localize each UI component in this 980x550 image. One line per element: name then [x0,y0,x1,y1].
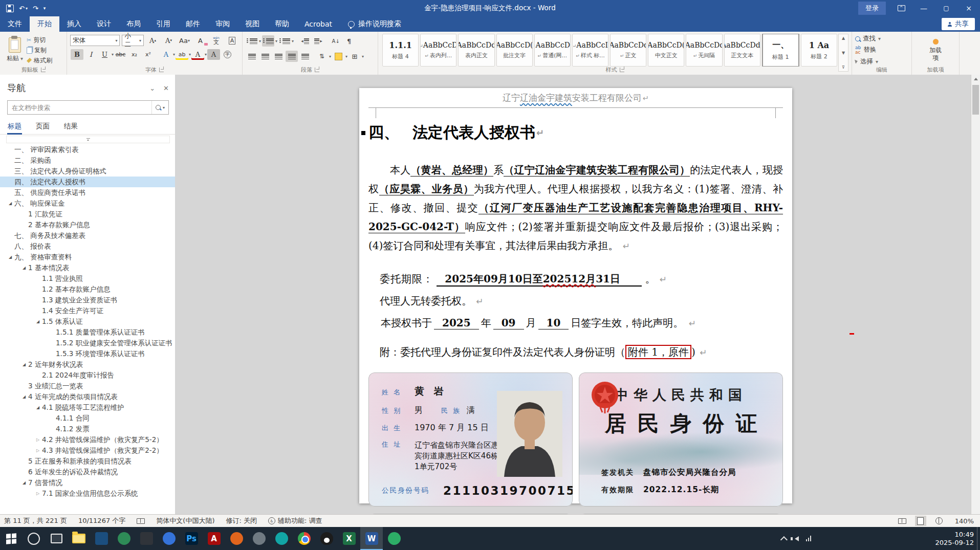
character-border-button[interactable]: A [226,35,238,46]
nav-heading-item[interactable]: 七、 商务及技术偏差表 [0,230,175,241]
customize-qat-button[interactable]: ▾ [43,6,46,11]
strikethrough-button[interactable]: abc [114,49,127,60]
vertical-scrollbar[interactable] [971,75,980,514]
nav-pane-options-icon[interactable]: ⌄ [149,84,155,92]
app-icon-green[interactable] [113,527,135,550]
print-layout-button[interactable] [915,516,926,526]
style-gallery-item[interactable]: AaBbCcDdI 无间隔 [686,34,722,67]
acrobat-icon[interactable]: A [203,527,225,550]
expand-collapse-icon[interactable] [6,255,14,259]
proofing-status-icon[interactable] [137,518,145,524]
redo-button[interactable]: ↷ [33,5,38,12]
nav-heading-item[interactable]: 2 近年财务状况表 [0,359,175,370]
clear-formatting-button[interactable]: A [194,35,207,46]
nav-heading-item[interactable]: 四、 法定代表人授权书 [0,177,175,187]
nav-heading-item[interactable]: 4.2 井站管线保温维护（救灾复产5-2） [0,434,175,445]
expand-collapse-icon[interactable] [20,362,28,367]
nav-search-input[interactable] [8,104,151,112]
nav-heading-item[interactable]: 三、 法定代表人身份证明格式 [0,166,175,177]
tell-me-search[interactable]: 操作说明搜索 [340,16,409,32]
nav-heading-item[interactable]: 1.5.3 环境管理体系认证证书 [0,348,175,359]
replace-button[interactable]: abac替换 [855,45,908,55]
show-desktop-button[interactable] [977,527,980,550]
taskbar-clock[interactable]: 10:49 2025-09-12 [935,527,974,550]
ribbon-tab[interactable]: 引用 [148,16,178,32]
read-mode-button[interactable] [897,516,908,526]
excel-icon[interactable]: X [338,527,360,550]
track-changes-indicator[interactable]: 修订: 关闭 [226,516,257,525]
find-button[interactable]: 查找▾ [855,34,908,43]
font-size-combobox[interactable]: 小二▾ [122,35,144,46]
nav-heading-item[interactable]: 九、 资格审查资料 [0,252,175,262]
start-button[interactable] [0,527,23,550]
web-layout-button[interactable] [933,516,945,526]
ribbon-tab[interactable]: 文件 [0,16,30,32]
multilevel-list-button[interactable] [278,35,291,47]
file-explorer-icon[interactable] [68,527,90,550]
styles-dialog-launcher-icon[interactable] [620,68,624,72]
minimize-button[interactable]: — [912,0,935,16]
app-icon-blue[interactable] [90,527,113,550]
nav-heading-item[interactable]: 二、 采购函 [0,155,175,166]
nav-heading-item[interactable]: 4.1 脱硫塔等工艺流程维护 [0,402,175,413]
nav-close-icon[interactable]: ✕ [163,84,169,92]
borders-button[interactable]: ⊞ [349,51,361,62]
nav-jump-top-strip[interactable] [6,136,170,143]
paragraph-dialog-launcher-icon[interactable] [315,68,319,72]
show-marks-button[interactable]: ¶ [343,35,355,47]
nav-tab[interactable]: 页面 [35,120,50,134]
justify-button[interactable] [286,51,298,62]
nav-heading-item[interactable]: 1.1 营业执照 [0,273,175,284]
word-icon[interactable]: W [360,527,383,550]
style-gallery-item[interactable]: AaBbCcDdI 正文文本 [724,34,760,67]
nav-heading-item[interactable]: 4 近年完成的类似项目情况表 [0,391,175,402]
ribbon-tab[interactable]: 视图 [237,16,267,32]
ribbon-display-options-button[interactable]: ^ [890,0,912,16]
clipboard-dialog-launcher-icon[interactable] [41,68,46,72]
photoshop-icon[interactable]: Ps [180,527,203,550]
nav-heading-item[interactable]: 五、 供应商责任承诺书 [0,187,175,198]
change-case-button[interactable]: Aa▾ [178,35,191,46]
sort-button[interactable]: A↓ [330,35,342,47]
style-gallery-item[interactable]: AaBbCcDdI 正文 [610,34,646,67]
style-gallery-item[interactable]: AaBbCcDd 表内正文 [458,34,494,67]
id-card-front-image[interactable]: 姓 名黄 岩 性 别男民 族满 出 生1970 年 7 月 15 日 住 址 辽… [368,372,573,507]
wechat-icon[interactable] [383,527,405,550]
ribbon-tab[interactable]: 插入 [59,16,89,32]
language-indicator[interactable]: 简体中文(中国大陆) [156,516,214,525]
ribbon-tab[interactable]: Acrobat [297,16,340,32]
shading-button[interactable] [332,51,344,62]
cut-button[interactable]: ✂剪切 [27,35,52,45]
nav-heading-item[interactable]: 2.1 2024年度审计报告 [0,370,175,381]
select-button[interactable]: 选择▾ [855,57,908,67]
nav-heading-item[interactable]: 1 汇款凭证 [0,209,175,219]
scroll-up-arrow-icon[interactable] [971,75,980,83]
scrollbar-thumb[interactable] [972,85,979,115]
expand-collapse-icon[interactable] [34,437,42,442]
style-gallery-item[interactable]: 一、 标题 1 [762,34,799,67]
nav-heading-item[interactable]: 六、 响应保证金 [0,198,175,209]
hidden-icons-chevron-icon[interactable] [780,536,787,543]
nav-heading-item[interactable]: 2 基本存款账户信息 [0,219,175,230]
ribbon-tab[interactable]: 开始 [30,16,59,32]
close-button[interactable]: × [957,0,980,16]
style-gallery-item[interactable]: AaBbCcD 表内列... [420,34,456,67]
nav-heading-item[interactable]: 4.1.1 合同 [0,413,175,424]
undo-button[interactable]: ↶▾ [19,5,28,12]
app-icon-gray[interactable] [248,527,270,550]
expand-collapse-icon[interactable] [20,394,28,399]
nav-heading-item[interactable]: 1.5.2 职业健康安全管理体系认证证书 [0,338,175,348]
nav-heading-item[interactable]: 1.5 体系认证 [0,316,175,327]
expand-collapse-icon[interactable] [6,201,14,206]
id-card-back-image[interactable]: 中华人民共和国 居民身份证 签发机关盘锦市公安局兴隆台分局 有效期限2022.1… [579,372,783,507]
accessibility-status[interactable]: ♿辅助功能: 调查 [268,516,322,525]
style-gallery-item[interactable]: 1 Aa 标题 2 [801,34,837,67]
line-spacing-button[interactable]: ⇅ [316,51,328,62]
nav-tab[interactable]: 结果 [63,120,78,134]
subscript-button[interactable]: x₂ [128,49,141,60]
task-view-button[interactable] [45,527,68,550]
grow-font-button[interactable]: A▴ [146,35,159,46]
document-page[interactable]: 辽宁辽油金宇建筑安装工程有限公司↵ 四、 法定代表人授权书 ↵ 本人（黄岩、总经… [359,88,792,503]
superscript-button[interactable]: x² [142,49,155,60]
increase-indent-button[interactable]: ▸ [312,35,324,47]
